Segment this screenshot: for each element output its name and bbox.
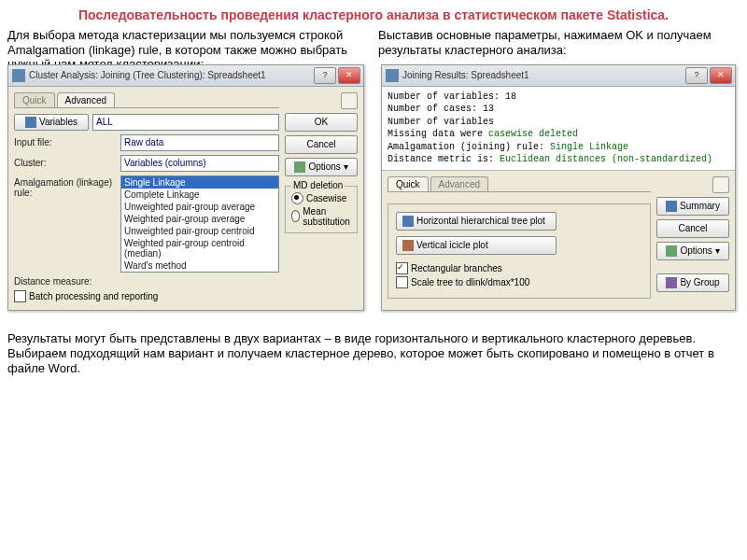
cluster-analysis-dialog: Cluster Analysis: Joining (Tree Clusteri… [7, 64, 364, 311]
page-title: Последовательность проведения кластерног… [7, 7, 740, 22]
casewise-radio[interactable] [291, 192, 303, 204]
summary-icon [666, 201, 677, 212]
horizontal-tree-label: Horizontal hierarchical tree plot [416, 216, 545, 226]
summary-button-label: Summary [680, 201, 720, 211]
summary-button[interactable]: Summary [656, 197, 729, 216]
md-deletion-title: MD deletion [291, 180, 345, 190]
close-button[interactable]: ✕ [338, 67, 360, 84]
batch-checkbox[interactable] [14, 290, 26, 302]
ok-button[interactable]: OK [285, 113, 358, 132]
amalg-option[interactable]: Ward's method [121, 259, 278, 272]
panel-toggle[interactable] [341, 92, 358, 109]
amalg-option[interactable]: Weighted pair-group centroid (median) [121, 237, 278, 259]
cluster-label: Cluster: [14, 158, 117, 168]
options-button-label: Options [680, 245, 712, 256]
amalgamation-label: Amalgamation (linkage) rule: [14, 175, 117, 198]
tab-quick[interactable]: Quick [388, 176, 429, 191]
options-icon [294, 161, 305, 173]
batch-checkbox-label: Batch processing and reporting [29, 291, 158, 301]
variables-icon [25, 117, 36, 128]
options-button-label: Options [308, 161, 340, 172]
options-button[interactable]: Options ▾ [285, 158, 358, 176]
options-button[interactable]: Options ▾ [656, 242, 729, 260]
app-icon [12, 69, 25, 82]
amalgamation-selected[interactable]: Single Linkage [121, 176, 278, 189]
options-icon [666, 245, 677, 257]
amalg-option[interactable]: Unweighted pair-group average [121, 201, 278, 213]
scale-tree-checkbox[interactable] [396, 276, 408, 288]
icicle-icon [402, 240, 414, 251]
mean-sub-radio[interactable] [291, 210, 300, 222]
by-group-button-label: By Group [680, 277, 719, 287]
by-group-button[interactable]: By Group [656, 273, 729, 292]
panel-toggle[interactable] [712, 176, 729, 193]
dlg1-title: Cluster Analysis: Joining (Tree Clusteri… [29, 70, 266, 80]
vertical-icicle-button[interactable]: Vertical icicle plot [396, 236, 557, 255]
amalg-option[interactable]: Unweighted pair-group centroid [121, 225, 278, 237]
cancel-button[interactable]: Cancel [656, 219, 729, 238]
help-button[interactable]: ? [314, 67, 336, 84]
distance-label: Distance measure: [14, 276, 117, 287]
cluster-select[interactable]: Variables (columns) [120, 155, 279, 172]
vertical-icicle-label: Vertical icicle plot [416, 240, 488, 250]
group-icon [666, 277, 677, 288]
input-file-label: Input file: [14, 137, 117, 147]
results-info-panel: Number of variables: 18 Number of cases:… [382, 87, 735, 171]
tree-icon [402, 216, 414, 227]
amalg-option[interactable]: Complete Linkage [121, 189, 278, 201]
mean-sub-radio-label: Mean substitution [303, 206, 351, 227]
tab-advanced[interactable]: Advanced [57, 92, 115, 107]
amalg-option[interactable]: Weighted pair-group average [121, 213, 278, 225]
dlg1-titlebar[interactable]: Cluster Analysis: Joining (Tree Clusteri… [8, 65, 363, 87]
variables-button[interactable]: Variables [14, 114, 89, 131]
app-icon [386, 69, 399, 82]
rectangular-checkbox-label: Rectangular branches [411, 263, 502, 273]
variables-button-label: Variables [39, 117, 78, 127]
help-button[interactable]: ? [685, 67, 708, 84]
dlg2-titlebar[interactable]: Joining Results: Spreadsheet1 ? ✕ [382, 65, 735, 87]
input-file-select[interactable]: Raw data [120, 134, 279, 151]
horizontal-tree-button[interactable]: Horizontal hierarchical tree plot [396, 212, 557, 231]
close-button[interactable]: ✕ [710, 67, 732, 84]
amalgamation-select[interactable]: Single Linkage Complete Linkage Unweight… [120, 175, 279, 273]
variables-value: ALL [92, 114, 279, 131]
md-deletion-group: MD deletion Casewise Mean substitution [285, 186, 358, 233]
tab-quick[interactable]: Quick [14, 92, 55, 107]
dlg2-title: Joining Results: Spreadsheet1 [402, 70, 529, 80]
scale-tree-checkbox-label: Scale tree to dlink/dmax*100 [411, 277, 529, 287]
footer-text: Результаты могут быть представлены в дву… [7, 331, 740, 377]
cancel-button[interactable]: Cancel [285, 135, 358, 154]
joining-results-dialog: Joining Results: Spreadsheet1 ? ✕ Number… [381, 64, 736, 311]
casewise-radio-label: Casewise [306, 193, 346, 203]
rectangular-checkbox[interactable] [396, 262, 408, 274]
tab-advanced[interactable]: Advanced [430, 176, 488, 191]
